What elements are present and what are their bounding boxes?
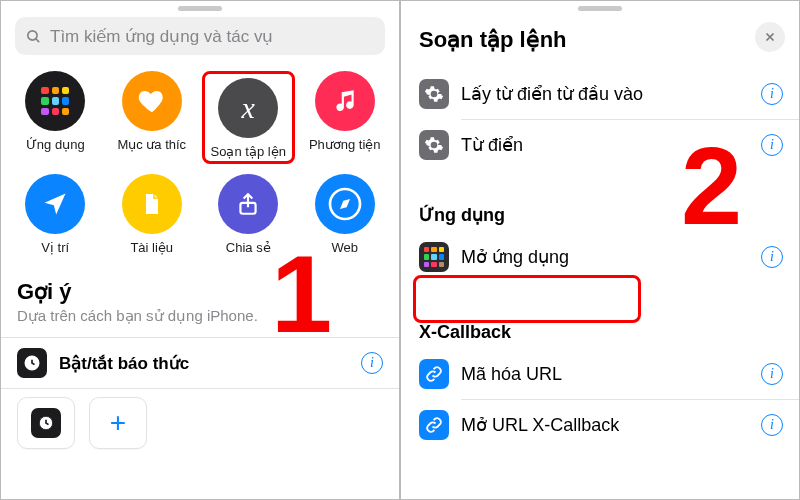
action-get-dictionary-from-input[interactable]: Lấy từ điển từ đầu vào i [401,69,799,119]
category-label: Web [332,240,359,255]
category-label: Soạn tập lện [211,144,286,159]
suggestions-heading: Gợi ý [1,269,399,307]
heart-icon [122,71,182,131]
action-title: Mở URL X-Callback [461,414,749,436]
plus-icon: + [110,407,126,439]
category-favorites[interactable]: Mục ưa thíc [106,71,199,164]
share-icon [218,174,278,234]
category-grid: Ứng dụng Mục ưa thíc x Soạn tập lện Phươ… [1,69,399,269]
sheet-header: Soạn tập lệnh [401,17,799,61]
svg-point-0 [28,30,37,39]
link-icon [419,359,449,389]
suggestion-title: Bật/tắt báo thức [59,353,349,374]
category-documents[interactable]: Tài liệu [106,174,199,255]
music-note-icon [315,71,375,131]
info-icon[interactable]: i [761,83,783,105]
action-title: Mở ứng dụng [461,246,749,268]
action-url-encode[interactable]: Mã hóa URL i [401,349,799,399]
category-scripting[interactable]: x Soạn tập lện [202,71,295,164]
annotation-highlight-open-app [413,275,641,323]
category-label: Phương tiện [309,137,381,152]
info-icon[interactable]: i [761,414,783,436]
action-title: Lấy từ điển từ đầu vào [461,83,749,105]
suggestion-row-alarm[interactable]: Bật/tắt báo thức i [1,337,399,388]
svg-line-1 [36,38,39,41]
document-icon [122,174,182,234]
category-label: Mục ưa thíc [117,137,186,152]
clock-app-icon [31,408,61,438]
category-share[interactable]: Chia sẻ [202,174,295,255]
open-app-icon [419,242,449,272]
add-tile[interactable]: + [89,397,147,449]
search-icon [25,28,42,45]
compass-icon [315,174,375,234]
action-open-xcallback-url[interactable]: Mở URL X-Callback i [401,400,799,450]
category-label: Chia sẻ [226,240,271,255]
category-web[interactable]: Web [299,174,392,255]
category-apps[interactable]: Ứng dụng [9,71,102,164]
close-button[interactable] [755,22,785,52]
info-icon[interactable]: i [361,352,383,374]
sheet-title: Soạn tập lệnh [419,21,745,53]
link-icon [419,410,449,440]
panel-step-1: Tìm kiếm ứng dụng và tác vụ Ứng dụng Mục… [0,0,400,500]
info-icon[interactable]: i [761,246,783,268]
panel-step-2: Soạn tập lệnh Lấy từ điển từ đầu vào i T… [400,0,800,500]
action-title: Từ điển [461,134,749,156]
info-icon[interactable]: i [761,134,783,156]
action-title: Mã hóa URL [461,364,749,385]
category-location[interactable]: Vị trí [9,174,102,255]
category-label: Tài liệu [130,240,173,255]
section-apps-label: Ứng dụng [401,188,799,232]
info-icon[interactable]: i [761,363,783,385]
gear-icon [419,79,449,109]
suggestion-tiles: + [1,388,399,463]
category-media[interactable]: Phương tiện [299,71,392,164]
action-dictionary[interactable]: Từ điển i [401,120,799,170]
gear-icon [419,130,449,160]
script-icon: x [218,78,278,138]
clock-tile[interactable] [17,397,75,449]
category-label: Ứng dụng [26,137,85,152]
suggestions-subtitle: Dựa trên cách bạn sử dụng iPhone. [1,307,399,337]
apps-icon [25,71,85,131]
sheet-grabber[interactable] [178,6,222,11]
sheet-grabber[interactable] [578,6,622,11]
search-field[interactable]: Tìm kiếm ứng dụng và tác vụ [15,17,385,55]
clock-app-icon [17,348,47,378]
search-placeholder: Tìm kiếm ứng dụng và tác vụ [50,26,273,47]
category-label: Vị trí [41,240,69,255]
location-arrow-icon [25,174,85,234]
close-icon [764,31,776,43]
